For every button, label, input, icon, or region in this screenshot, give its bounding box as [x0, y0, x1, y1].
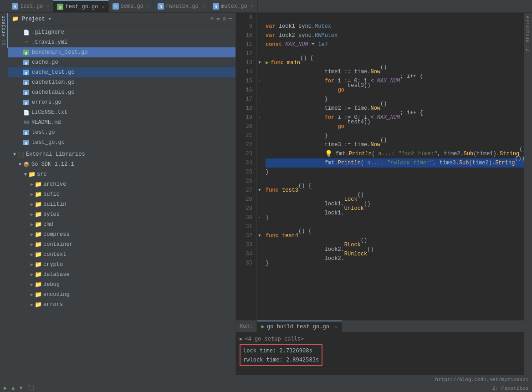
code-line-24: fmt.Println( a...: "rwlock time:", time3… [266, 158, 524, 168]
sidebar-actions: ⊕ ⇄ ⚙ — [210, 15, 232, 22]
app-window: g test.go ✕ g test_go.go ✕ g sema.go ✕ g… [0, 0, 532, 392]
favorites-label[interactable]: 2: Favorites [489, 386, 532, 391]
file-tree: 📄 .gitignore ≡ .travis.yml g benchmark_t… [8, 25, 235, 375]
run-label: Run: [240, 323, 253, 330]
tree-test-go-go[interactable]: g test_go.go [8, 137, 235, 148]
tab-sema-go[interactable]: g sema.go ✕ [109, 0, 154, 12]
output-header-icon: ▶ [240, 336, 243, 342]
tree-cachetable[interactable]: g cachetable.go [8, 87, 235, 97]
fold-marker-19[interactable]: · [256, 113, 263, 122]
tree-go-sdk[interactable]: ▼ 📦 Go SDK 1.12.1 [8, 159, 235, 169]
tree-cache-go[interactable]: g cache.go [8, 57, 235, 67]
tree-archive[interactable]: ▶ 📁 archive [8, 179, 235, 189]
tree-builtin[interactable]: ▶ 📁 builtin [8, 199, 235, 209]
sidebar-title: 📁 Project ▾ [12, 15, 51, 22]
tree-test-go[interactable]: g test.go [8, 127, 235, 137]
code-line-29: lock1.Unlock() [266, 204, 524, 213]
go-file-icon: g [113, 3, 119, 10]
fold-marker-15[interactable]: · [256, 76, 263, 86]
go-file-icon: g [213, 3, 219, 10]
tree-errors[interactable]: ▶ 📁 errors [8, 300, 235, 310]
scroll-down-btn[interactable]: ▼ [19, 385, 22, 392]
folder-icon: 📁 [35, 181, 42, 188]
add-icon[interactable]: ⊕ [210, 15, 214, 22]
go-file-icon: g [158, 3, 164, 10]
output-header-text: <4 go setup calls> [245, 336, 304, 342]
tree-cmd[interactable]: ▶ 📁 cmd [8, 219, 235, 229]
close-tab-btn[interactable]: ✕ [251, 4, 254, 9]
tree-compress[interactable]: ▶ 📁 compress [8, 229, 235, 239]
code-line-11: const MAX_NUM = 1e7 [266, 40, 524, 49]
tree-cachetitem[interactable]: g cachetitem.go [8, 77, 235, 87]
project-label[interactable]: 1: Project [0, 13, 8, 48]
code-editor: 8 9 10 11 12 13 14 15 16 17 18 19 20 21 [236, 13, 524, 320]
go-file-icon: g [23, 90, 29, 95]
folder-icon: 📁 [35, 231, 42, 238]
tree-context[interactable]: ▶ 📁 context [8, 249, 235, 260]
play-btn[interactable]: ▶ [4, 385, 7, 392]
stop-btn[interactable]: ⬛ [27, 385, 34, 392]
close-run-tab-btn[interactable]: ✕ [334, 324, 337, 330]
folder-icon: 📁 [35, 251, 42, 258]
text-file-icon: 📄 [23, 29, 30, 36]
fold-marker-13[interactable]: ▼ [256, 58, 263, 67]
structure-label[interactable]: Z: Structure [524, 13, 532, 54]
folder-icon: 📁 [35, 281, 42, 288]
bottom-toolbar: ▶ ▲ ▼ ⬛ 2: Favorites [0, 384, 532, 392]
fold-marker-27[interactable]: ▼ [256, 186, 263, 195]
tree-readme[interactable]: MD README.md [8, 117, 235, 127]
tree-external-libraries[interactable]: ▼ ⬛ External Libraries [8, 149, 235, 159]
close-tab-btn[interactable]: ✕ [147, 4, 150, 9]
tree-bufio[interactable]: ▶ 📁 bufio [8, 189, 235, 199]
minimize-icon[interactable]: — [229, 15, 232, 22]
close-tab-btn[interactable]: ✕ [102, 4, 104, 10]
scroll-up-btn[interactable]: ▲ [11, 385, 15, 392]
collapse-arrow-icon: ▶ [29, 192, 35, 197]
sidebar-header: 📁 Project ▾ ⊕ ⇄ ⚙ — [8, 13, 235, 25]
collapse-arrow-icon: ▶ [29, 212, 35, 217]
run-panel: Run: ▶ go build test_go.go ✕ ▶ <4 go set… [236, 320, 524, 375]
tree-container[interactable]: ▶ 📁 container [8, 239, 235, 249]
tree-debug[interactable]: ▶ 📁 debug [8, 280, 235, 290]
close-tab-btn[interactable]: ✕ [46, 4, 49, 9]
project-panel-label[interactable]: 1: Project [0, 13, 8, 375]
fold-gutter: ▼ · · · ▼ [256, 13, 263, 320]
folder-icon: 📁 [35, 291, 42, 298]
fold-marker-30[interactable]: · [256, 213, 263, 222]
tab-rwmutex-go[interactable]: g rwmutex.go ✕ [154, 0, 209, 12]
code-content-area[interactable]: var lock1 sync.Mutex var lock2 sync.RWMu… [263, 13, 524, 320]
right-panel-labels: Z: Structure [524, 13, 532, 375]
collapse-arrow-icon: ▶ [29, 222, 35, 227]
output-text-2: rwlock time: 2.8942583s [243, 356, 319, 363]
tab-mutex-go[interactable]: g mutex.go ✕ [209, 0, 258, 12]
tree-travis[interactable]: ≡ .travis.yml [8, 37, 235, 47]
tree-src[interactable]: ▼ 📁 src [8, 169, 235, 179]
go-file-icon: g [23, 130, 29, 135]
fold-marker-32[interactable]: ▼ [256, 231, 263, 240]
expand-arrow-icon: ▼ [17, 162, 23, 167]
run-tab[interactable]: ▶ go build test_go.go ✕ [257, 321, 342, 332]
collapse-arrow-icon: ▶ [29, 242, 35, 247]
diff-icon[interactable]: ⇄ [216, 15, 220, 22]
settings-icon[interactable]: ⚙ [223, 15, 226, 22]
tab-test-go-go[interactable]: g test_go.go ✕ [53, 0, 108, 12]
tree-cache-test[interactable]: g cache_test.go [8, 67, 235, 77]
project-sidebar: 📁 Project ▾ ⊕ ⇄ ⚙ — 📄 .gitignore [8, 13, 236, 375]
tree-gitignore[interactable]: 📄 .gitignore [8, 27, 235, 37]
tree-bytes[interactable]: ▶ 📁 bytes [8, 209, 235, 219]
tree-database[interactable]: ▶ 📁 database [8, 270, 235, 280]
tree-crypto[interactable]: ▶ 📁 crypto [8, 260, 235, 270]
bottom-tabs-bar: Run: ▶ go build test_go.go ✕ [236, 321, 524, 332]
tree-license[interactable]: 📄 LICENSE.txt [8, 107, 235, 117]
tree-benchmark-test[interactable]: g benchmark_test.go [8, 47, 235, 57]
tree-encoding[interactable]: ▶ 📁 encoding [8, 290, 235, 300]
close-tab-btn[interactable]: ✕ [202, 4, 205, 9]
tree-errors-go[interactable]: g errors.go [8, 97, 235, 107]
go-test-file-icon: g [57, 4, 63, 10]
fold-marker-17[interactable]: · [256, 95, 263, 104]
run-output: ▶ <4 go setup calls> lock time: 2.732690… [236, 332, 524, 375]
output-line-2: rwlock time: 2.8942583s [243, 355, 319, 364]
tab-test-go[interactable]: g test.go ✕ [8, 0, 53, 12]
go-test-icon: g [23, 50, 29, 55]
code-line-34: lock2.RUnlock() [266, 249, 524, 259]
